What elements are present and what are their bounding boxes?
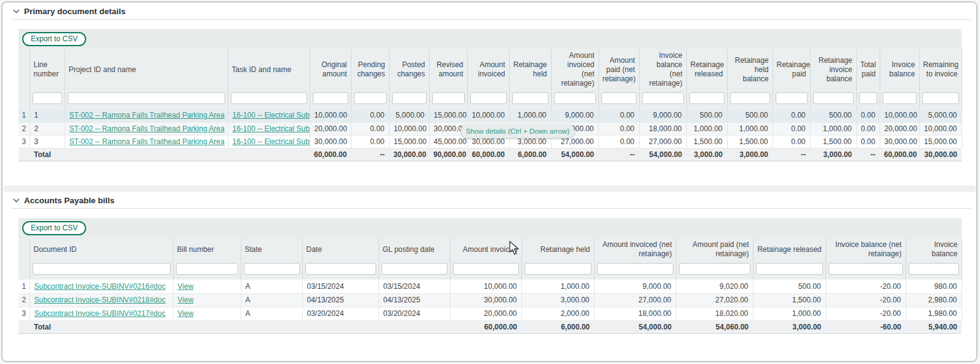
filter-input-amount-paid-net[interactable] [679, 263, 750, 275]
ap-bills-grid: Document IDBill numberStateDateGL postin… [18, 238, 962, 334]
cell-retainage-held-balance: 1,000.00 [727, 122, 773, 135]
filter-input-retainage-invoice-balance[interactable] [813, 92, 854, 104]
cell-pending-changes: 0.00 [351, 109, 389, 122]
export-to-csv-button[interactable]: Export to CSV [22, 32, 86, 46]
bill-number-link[interactable]: View [178, 296, 194, 304]
filter-input-state[interactable] [244, 263, 300, 275]
section-header-accounts-payable-bills[interactable]: Accounts Payable bills [13, 196, 114, 205]
section-header-primary-document-details[interactable]: Primary document details [13, 7, 126, 16]
task-link[interactable]: 16-100 -- Electrical Sub [233, 111, 310, 119]
project-link[interactable]: ST-002 -- Ramona Falls Trailhead Parking… [70, 111, 225, 119]
filter-input-posted-changes[interactable] [392, 92, 427, 104]
filter-input-amount-invoiced[interactable] [453, 263, 519, 275]
cell-original-amount: 20,000.00 [310, 122, 351, 135]
filter-cell-retainage-held [521, 261, 594, 280]
filter-input-total-paid[interactable] [859, 92, 877, 104]
column-header-amount-invoiced-net[interactable]: Amount invoiced (net retainage) [551, 49, 598, 90]
chevron-down-icon[interactable] [13, 198, 20, 203]
column-header-date[interactable]: Date [302, 238, 379, 261]
filter-input-task[interactable] [231, 92, 307, 104]
column-header-bill-number[interactable]: Bill number [173, 238, 241, 261]
filter-input-gl-posting-date[interactable] [382, 263, 448, 275]
column-header-retainage-invoice-balance[interactable]: Retainage invoice balance [810, 49, 856, 90]
cell-revised-amount: 45,000.00 [429, 135, 467, 148]
column-header-amount-paid-net[interactable]: Amount paid (net retainage) [598, 49, 639, 90]
cell-document-id: Subcontract Invoice-SUBINV#0218#doc [30, 293, 173, 307]
filter-input-project[interactable] [68, 92, 225, 104]
filter-input-invoice-balance-net[interactable] [642, 92, 684, 104]
column-header-invoice-balance[interactable]: Invoice balance [880, 49, 919, 90]
filter-input-retainage-held-balance[interactable] [730, 92, 770, 104]
task-link[interactable]: 16-100 -- Electrical Sub [233, 137, 310, 146]
cell-invoice-balance: 30,000.00 [880, 135, 919, 148]
filter-input-retainage-released[interactable] [756, 263, 823, 275]
column-header-original-amount[interactable]: Original amount [310, 49, 351, 90]
table-row[interactable]: 1Subcontract Invoice-SUBINV#0216#docView… [18, 280, 962, 293]
column-header-task[interactable]: Task ID and name [228, 49, 310, 90]
table-row[interactable]: 2Subcontract Invoice-SUBINV#0218#docView… [18, 293, 962, 307]
filter-input-invoice-balance-net[interactable] [829, 263, 903, 275]
bill-number-link[interactable]: View [178, 282, 194, 291]
document-id-link[interactable]: Subcontract Invoice-SUBINV#0218#doc [34, 296, 166, 304]
column-header-retainage-released[interactable]: Retainage released [753, 238, 825, 261]
table-row[interactable]: 11ST-002 -- Ramona Falls Trailhead Parki… [18, 109, 962, 122]
cell-project: ST-002 -- Ramona Falls Trailhead Parking… [65, 135, 228, 148]
filter-input-remaining-to-invoice[interactable] [922, 92, 959, 104]
filter-input-retainage-released[interactable] [689, 92, 725, 104]
filter-input-amount-invoiced-net[interactable] [554, 92, 596, 104]
filter-input-retainage-paid[interactable] [776, 92, 808, 104]
column-header-retainage-released[interactable]: Retainage released [686, 49, 727, 90]
chevron-down-icon[interactable] [13, 9, 20, 14]
filter-input-pending-changes[interactable] [354, 92, 387, 104]
column-header-amount-invoiced[interactable]: Amount invoiced [450, 238, 521, 261]
filter-input-retainage-held[interactable] [524, 263, 592, 275]
column-header-retainage-held[interactable]: Retainage held [509, 49, 551, 90]
column-header-amount-invoiced-net[interactable]: Amount invoiced (net retainage) [594, 238, 676, 261]
column-header-state[interactable]: State [241, 238, 302, 261]
filter-cell-amount-paid-net [676, 261, 753, 280]
column-header-invoice-balance-net[interactable]: Invoice balance (net retainage) [639, 49, 686, 90]
bill-number-link[interactable]: View [178, 309, 194, 318]
column-header-line-number[interactable]: Line number [30, 49, 65, 90]
filter-input-date[interactable] [305, 263, 376, 275]
filter-input-bill-number[interactable] [176, 263, 238, 275]
cell-retainage-held: 2,000.00 [521, 307, 594, 320]
column-header-total-paid[interactable]: Total paid [856, 49, 880, 90]
column-header-project[interactable]: Project ID and name [65, 49, 228, 90]
table-row[interactable]: 3Subcontract Invoice-SUBINV#0217#docView… [18, 307, 962, 320]
filter-input-revised-amount[interactable] [432, 92, 465, 104]
filter-input-invoice-balance[interactable] [883, 92, 917, 104]
project-link[interactable]: ST-002 -- Ramona Falls Trailhead Parking… [70, 124, 225, 133]
filter-cell-amount-invoiced [467, 90, 509, 109]
column-header-remaining-to-invoice[interactable]: Remaining to invoice [919, 49, 962, 90]
filter-input-line-number[interactable] [33, 92, 62, 104]
column-header-gl-posting-date[interactable]: GL posting date [379, 238, 450, 261]
column-header-amount-invoiced[interactable]: Amount invoiced [467, 49, 509, 90]
filter-input-original-amount[interactable] [313, 92, 348, 104]
column-header-retainage-held-balance[interactable]: Retainage held balance [727, 49, 773, 90]
filter-input-retainage-held[interactable] [512, 92, 548, 104]
cell-line-number: 1 [30, 109, 65, 122]
task-link[interactable]: 16-100 -- Electrical Sub [233, 124, 310, 133]
filter-input-document-id[interactable] [33, 263, 171, 275]
cell-retainage-invoice-balance: 500.00 [810, 109, 856, 122]
cell-invoice-balance: 980.00 [906, 280, 962, 293]
document-id-link[interactable]: Subcontract Invoice-SUBINV#0216#doc [34, 282, 166, 291]
filter-input-amount-paid-net[interactable] [601, 92, 637, 104]
column-header-revised-amount[interactable]: Revised amount [429, 49, 467, 90]
document-id-link[interactable]: Subcontract Invoice-SUBINV#0217#doc [34, 309, 166, 318]
column-header-document-id[interactable]: Document ID [30, 238, 173, 261]
column-header-posted-changes[interactable]: Posted changes [389, 49, 429, 90]
project-link[interactable]: ST-002 -- Ramona Falls Trailhead Parking… [70, 137, 225, 146]
export-to-csv-button[interactable]: Export to CSV [22, 221, 86, 235]
column-header-retainage-held[interactable]: Retainage held [521, 238, 594, 261]
column-header-invoice-balance[interactable]: Invoice balance [906, 238, 962, 261]
filter-input-amount-invoiced-net[interactable] [597, 263, 673, 275]
filter-input-amount-invoiced[interactable] [470, 92, 507, 104]
filter-input-invoice-balance[interactable] [909, 263, 959, 275]
column-header-amount-paid-net[interactable]: Amount paid (net retainage) [676, 238, 753, 261]
column-header-invoice-balance-net[interactable]: Invoice balance (net retainage) [825, 238, 906, 261]
column-header-retainage-paid[interactable]: Retainage paid [773, 49, 810, 90]
column-header-pending-changes[interactable]: Pending changes [351, 49, 389, 90]
cell-amount-paid-net: 9,020.00 [676, 280, 753, 293]
